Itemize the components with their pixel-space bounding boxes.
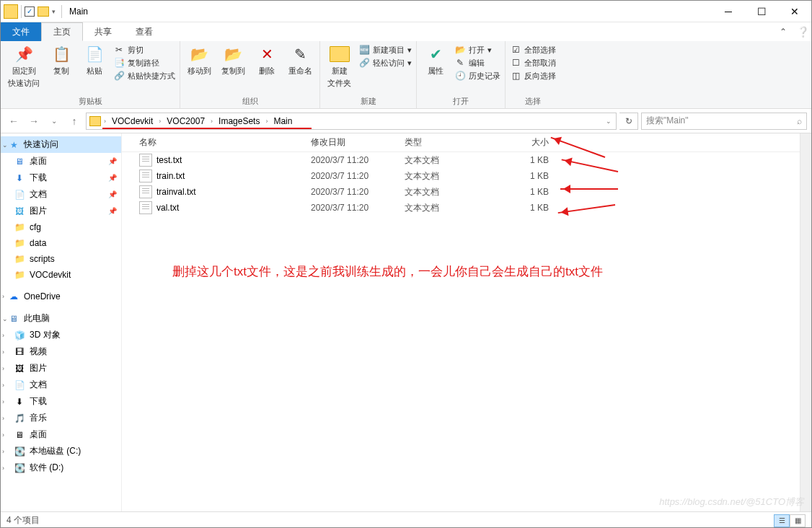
search-input[interactable]: 搜索"Main" ⌕ [641, 113, 807, 130]
view-icons-button[interactable]: ▦ [790, 514, 806, 527]
nav-pc-item-7[interactable]: ›💽本地磁盘 (C:) [1, 443, 121, 459]
nav-quick-item-3[interactable]: 🖼图片📌 [1, 203, 121, 219]
copypath-button[interactable]: 📑复制路径 [113, 57, 175, 69]
breadcrumb-seg-0[interactable]: VOCdevkit [109, 116, 156, 126]
chevron-right-icon[interactable]: › [2, 465, 4, 472]
file-date: 2020/3/7 11:20 [311, 155, 405, 165]
chevron-right-icon[interactable]: › [2, 365, 4, 372]
nav-quick-item-4[interactable]: 📁cfg [1, 219, 121, 235]
newitem-button[interactable]: 🆕新建项目 ▾ [358, 44, 412, 56]
addr-dropdown-icon[interactable]: ⌄ [604, 118, 613, 125]
pin-icon: 📌 [108, 207, 117, 215]
chevron-down-icon[interactable]: ⌄ [2, 141, 8, 149]
col-header-name[interactable]: 名称 [139, 136, 311, 149]
tab-home[interactable]: 主页 [41, 22, 83, 41]
invert-button[interactable]: ◫反向选择 [510, 70, 556, 82]
file-row[interactable]: train.txt2020/3/7 11:20文本文档1 KB [122, 168, 800, 184]
nav-onedrive[interactable]: ›☁OneDrive [1, 289, 121, 304]
nav-quick-item-7[interactable]: 📁VOCdevkit [1, 267, 121, 283]
breadcrumb-seg-3[interactable]: Main [270, 116, 295, 126]
view-details-button[interactable]: ☰ [774, 514, 790, 527]
nav-quick-item-2[interactable]: 📄文档📌 [1, 186, 121, 203]
chevron-right-icon[interactable]: › [102, 118, 107, 125]
maximize-button[interactable]: ☐ [745, 1, 778, 22]
close-button[interactable]: ✕ [778, 1, 811, 22]
nav-quick-item-0[interactable]: 🖥桌面📌 [1, 153, 121, 170]
nav-pc-item-0[interactable]: ›🧊3D 对象 [1, 327, 121, 343]
tab-file[interactable]: 文件 [1, 22, 41, 41]
selectnone-button[interactable]: ☐全部取消 [510, 57, 556, 69]
chevron-right-icon[interactable]: › [2, 398, 4, 405]
chevron-right-icon[interactable]: › [2, 332, 4, 339]
properties-button[interactable]: ✔属性 [421, 43, 450, 78]
delete-button[interactable]: ✕删除 [252, 43, 281, 78]
open-button[interactable]: 📂打开 ▾ [454, 44, 500, 56]
file-row[interactable]: val.txt2020/3/7 11:20文本文档1 KB [122, 200, 800, 216]
item-icon: 📄 [14, 379, 25, 391]
file-type: 文本文档 [405, 186, 498, 198]
easyaccess-button[interactable]: 🔗轻松访问 ▾ [358, 57, 412, 69]
nav-this-pc[interactable]: ⌄🖥此电脑 [1, 310, 121, 327]
chevron-right-icon[interactable]: › [2, 348, 4, 356]
minimize-button[interactable]: ─ [712, 1, 745, 22]
nav-pc-item-3[interactable]: ›📄文档 [1, 377, 121, 393]
forward-button[interactable]: → [25, 113, 43, 130]
paste-shortcut-button[interactable]: 🔗粘贴快捷方式 [113, 70, 175, 82]
pin-quickaccess-button[interactable]: 📌固定到快速访问 [5, 43, 43, 90]
breadcrumb-seg-2[interactable]: ImageSets [216, 116, 262, 126]
qat-check-icon[interactable]: ✓ [25, 6, 35, 17]
help-icon[interactable]: ❔ [794, 22, 811, 41]
item-icon: ⬇ [14, 396, 25, 408]
col-header-type[interactable]: 类型 [405, 136, 498, 149]
newfolder-button[interactable]: 新建文件夹 [325, 43, 354, 90]
nav-quick-item-5[interactable]: 📁data [1, 235, 121, 251]
nav-pc-item-6[interactable]: ›🖥桌面 [1, 426, 121, 443]
annotation-text: 删掉这几个txt文件，这是之前我训练生成的，一会儿你自己会生成自己的txt文件 [172, 263, 603, 280]
vertical-scrollbar[interactable] [800, 133, 811, 511]
window-title: Main [65, 6, 712, 17]
file-row[interactable]: trainval.txt2020/3/7 11:20文本文档1 KB [122, 184, 800, 200]
nav-pc-item-8[interactable]: ›💽软件 (D:) [1, 459, 121, 476]
copy-button[interactable]: 📋复制 [47, 43, 76, 78]
tab-share[interactable]: 共享 [83, 22, 124, 41]
refresh-button[interactable]: ↻ [619, 113, 638, 130]
nav-pc-item-1[interactable]: ›🎞视频 [1, 343, 121, 360]
nav-pc-item-5[interactable]: ›🎵音乐 [1, 410, 121, 426]
history-dropdown[interactable]: ⌄ [45, 113, 63, 130]
edit-button[interactable]: ✎编辑 [454, 57, 500, 69]
up-button[interactable]: ↑ [66, 113, 83, 130]
qat-dropdown-icon[interactable]: ▾ [52, 8, 56, 15]
rename-button[interactable]: ✎重命名 [286, 43, 315, 78]
chevron-down-icon[interactable]: ⌄ [2, 315, 8, 322]
chevron-right-icon[interactable]: › [2, 448, 4, 455]
chevron-right-icon[interactable]: › [2, 415, 4, 422]
cut-button[interactable]: ✂剪切 [113, 44, 175, 56]
chevron-right-icon[interactable]: › [2, 293, 4, 300]
selectall-button[interactable]: ☑全部选择 [510, 44, 556, 56]
back-button[interactable]: ← [5, 113, 22, 130]
qat-folder-small[interactable] [37, 6, 49, 17]
nav-quick-item-6[interactable]: 📁scripts [1, 251, 121, 267]
copyto-button[interactable]: 📂复制到 [219, 43, 248, 78]
ribbon-group-open: ✔属性 📂打开 ▾ ✎编辑 🕘历史记录 打开 [417, 41, 506, 108]
file-size: 1 KB [498, 155, 549, 165]
chevron-right-icon[interactable]: › [2, 431, 4, 439]
file-row[interactable]: test.txt2020/3/7 11:20文本文档1 KB [122, 152, 800, 168]
address-bar[interactable]: › VOCdevkit› VOC2007› ImageSets› Main ⌄ [86, 113, 617, 130]
paste-button[interactable]: 📄粘贴 [80, 43, 109, 78]
col-header-size[interactable]: 大小 [498, 136, 549, 149]
item-icon: 🎵 [14, 413, 25, 424]
history-button[interactable]: 🕘历史记录 [454, 70, 500, 82]
cloud-icon: ☁ [8, 291, 19, 302]
nav-quick-item-1[interactable]: ⬇下载📌 [1, 170, 121, 186]
nav-quick-access[interactable]: ⌄★快速访问 [1, 136, 121, 153]
chevron-right-icon[interactable]: › [2, 382, 4, 389]
nav-pc-item-2[interactable]: ›🖼图片 [1, 360, 121, 377]
moveto-button[interactable]: 📂移动到 [185, 43, 214, 78]
breadcrumb-seg-1[interactable]: VOC2007 [164, 116, 208, 126]
tab-view[interactable]: 查看 [124, 22, 165, 41]
content-area: 名称 修改日期 类型 大小 test.txt2020/3/7 11:20文本文档… [122, 133, 800, 511]
ribbon-collapse-icon[interactable]: ⌃ [772, 22, 794, 41]
nav-pc-item-4[interactable]: ›⬇下载 [1, 393, 121, 410]
col-header-date[interactable]: 修改日期 [311, 136, 405, 149]
